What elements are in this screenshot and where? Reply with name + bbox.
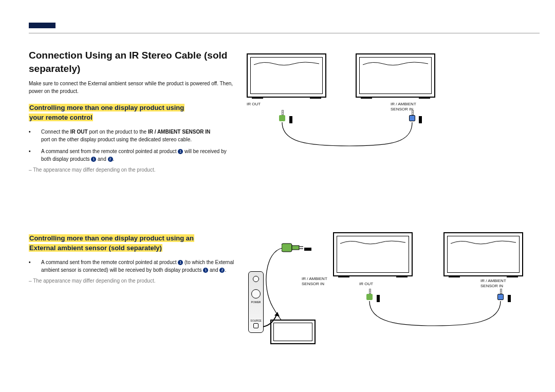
diagram-1: 1 2 IR OUT IR / AMBIENT SENSOR IN <box>247 51 473 144</box>
section1-step-2: • A command sent from the remote control… <box>29 147 237 163</box>
tv-2-icon <box>443 232 523 276</box>
diagram-2: 1 2 IR / AMBIENT SENSOR IN IR OUT IR / A… <box>245 230 538 353</box>
section2-step-1: • A command sent from the remote control… <box>29 258 237 274</box>
tv-1-icon <box>333 232 413 276</box>
badge-2-icon: 2 <box>219 268 225 273</box>
intro-text: Make sure to connect the External ambien… <box>29 80 237 95</box>
svg-rect-0 <box>282 244 292 252</box>
green-jack-icon <box>279 115 286 126</box>
header-accent-bar <box>29 23 55 28</box>
badge-1-icon: 1 <box>178 260 183 265</box>
diagram2-label-left: IR / AMBIENT SENSOR IN <box>302 276 327 286</box>
arrow-icon <box>259 306 285 334</box>
socket-slot-icon <box>508 295 511 302</box>
diagram2-label-right: IR / AMBIENT SENSOR IN <box>480 278 506 288</box>
socket-slot-icon <box>377 295 380 302</box>
diagram1-label-left: IR OUT <box>247 102 261 107</box>
badge-1-icon: 1 <box>91 157 96 162</box>
socket-slot-icon <box>419 116 422 123</box>
section1-step-1: • Connect the IR OUT port on the product… <box>29 128 237 143</box>
badge-1-icon: 1 <box>178 149 183 154</box>
badge-1-icon: 1 <box>203 268 208 273</box>
section2-heading: Controlling more than one display produc… <box>29 234 237 253</box>
blue-jack-icon <box>497 294 505 305</box>
svg-marker-4 <box>274 312 280 316</box>
svg-rect-1 <box>292 246 299 250</box>
header-divider <box>29 33 540 33</box>
section2-note: The appearance may differ depending on t… <box>29 278 237 284</box>
section1-heading: Controlling more than one display produc… <box>29 103 237 123</box>
diagram2-label-mid: IR OUT <box>359 282 373 287</box>
socket-slot-icon <box>289 116 292 123</box>
section1-note: The appearance may differ depending on t… <box>29 167 237 173</box>
badge-2-icon: 2 <box>108 157 113 162</box>
green-jack-icon <box>366 294 374 305</box>
blue-jack-icon <box>409 115 416 126</box>
page-title: Connection Using an IR Stereo Cable (sol… <box>29 49 237 75</box>
tv-2-icon <box>356 53 435 98</box>
tv-1-icon <box>247 53 326 98</box>
green-plug-icon <box>282 241 299 254</box>
socket-slot-icon <box>304 248 311 251</box>
